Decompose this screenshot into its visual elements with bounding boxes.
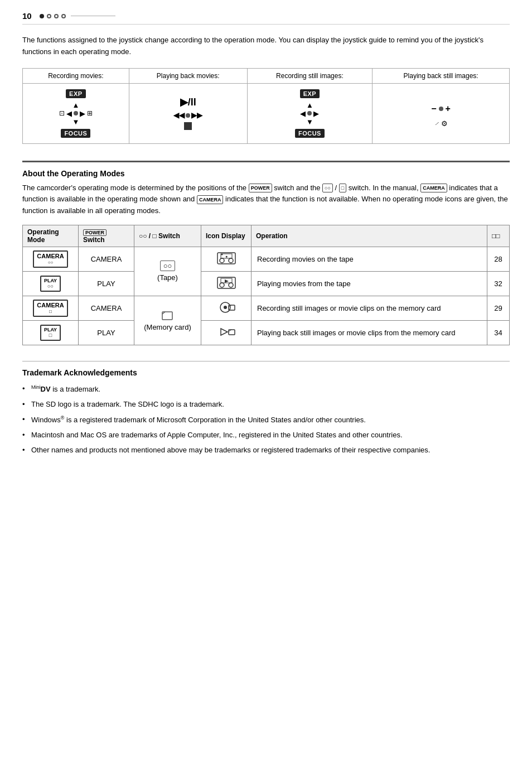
slash: / bbox=[333, 184, 339, 192]
td-op-play-movies: Playing movies from the tape bbox=[252, 271, 487, 296]
table-row-play-card: PLAY □ PLAY Playing back still images or… bbox=[23, 320, 510, 345]
power-badge: POWER bbox=[249, 184, 272, 192]
rec-card-icon-svg bbox=[216, 300, 236, 315]
td-op-rec-movies: Recording movies on the tape bbox=[252, 247, 487, 271]
list-item: The SD logo is a trademark. The SDHC log… bbox=[22, 397, 510, 412]
td-power-play2: PLAY bbox=[79, 320, 134, 345]
joystick-rec-movies: EXP ⊡ ▲ ◀ ▶ ▼ ⊞ bbox=[23, 83, 129, 143]
td-icon-rec-card bbox=[201, 296, 252, 320]
td-icon-play-card bbox=[201, 320, 252, 345]
svg-point-1 bbox=[220, 258, 224, 263]
person-icon: ⚙ bbox=[441, 119, 448, 128]
camera-avail-badge: CAMERA bbox=[420, 184, 447, 192]
page-number: 10 bbox=[22, 11, 32, 21]
mini-dv-text: MiniDV is a trademark. bbox=[31, 385, 100, 393]
play-tape-badge: PLAY ○○ bbox=[40, 276, 61, 292]
body-text-3: switch. In the manual, bbox=[349, 184, 420, 192]
tape-switch-badge: ○○ bbox=[322, 184, 333, 192]
focus-btn2: FOCUS bbox=[295, 129, 325, 138]
play-pause-icons: ▶/II bbox=[180, 97, 196, 109]
svg-point-2 bbox=[229, 258, 233, 263]
play-tape-icon-svg bbox=[216, 275, 236, 291]
arrow-left-cam: ◀ bbox=[66, 109, 72, 118]
list-item: Windows® is a registered trademark of Mi… bbox=[22, 412, 510, 428]
page-header: 10 bbox=[22, 11, 510, 25]
trademark-list: MiniDV is a trademark. The SD logo is a … bbox=[22, 382, 510, 458]
about-section-body: The camcorder's operating mode is determ… bbox=[22, 182, 510, 217]
svg-point-8 bbox=[229, 283, 233, 287]
memcard-symbol-svg bbox=[161, 310, 175, 321]
td-icon-rec-tape: ● bbox=[201, 247, 252, 271]
td-power-play: PLAY bbox=[79, 271, 134, 296]
list-item: MiniDV is a trademark. bbox=[22, 382, 510, 397]
col-recording-movies: Recording movies: bbox=[23, 68, 129, 83]
memcard-label: (Memory card) bbox=[144, 323, 191, 331]
sd-logo-text: The SD logo is a trademark. The SDHC log… bbox=[31, 400, 224, 408]
th-oo-switch: ○○ / □ Switch bbox=[134, 225, 201, 247]
play-card-icon-svg bbox=[216, 324, 236, 340]
tape-switch-cell: ○○ (Tape) bbox=[140, 261, 195, 282]
td-mode-play-tape: PLAY ○○ bbox=[23, 271, 79, 296]
arrow-right-cam: ▶ bbox=[80, 109, 85, 118]
card-switch-badge: □ bbox=[339, 184, 346, 192]
play-card-badge: PLAY □ bbox=[40, 325, 61, 341]
svg-marker-17 bbox=[221, 329, 228, 335]
tape-label: (Tape) bbox=[157, 273, 178, 282]
plus-icon: + bbox=[446, 104, 451, 114]
th-page: □□ bbox=[487, 225, 510, 247]
center-play bbox=[186, 113, 190, 118]
td-switch-card: (Memory card) bbox=[134, 296, 201, 345]
dot-3 bbox=[54, 14, 59, 18]
intro-text: The functions assigned to the joystick c… bbox=[22, 35, 510, 58]
svg-point-14 bbox=[224, 306, 227, 309]
rew-icon: ◀◀ bbox=[173, 111, 185, 119]
stop-icon bbox=[184, 122, 192, 130]
page-dots bbox=[40, 14, 115, 18]
td-page-29: 29 bbox=[487, 296, 510, 320]
joy-rec-still-icon: EXP ▲ ◀ ▶ ▼ FOCUS bbox=[295, 89, 325, 138]
td-op-play-card: Playing back still images or movie clips… bbox=[252, 320, 487, 345]
joy-rec-movies-icon: EXP ⊡ ▲ ◀ ▶ ▼ ⊞ bbox=[59, 89, 93, 138]
table-row-camera-card: CAMERA □ CAMERA (Memory card) bbox=[23, 296, 510, 320]
rec-tape-icon-svg: ● bbox=[216, 250, 236, 266]
dot-1 bbox=[40, 14, 44, 18]
col-playing-movies: Playing back movies: bbox=[129, 68, 247, 83]
trademark-section: Trademark Acknowledgements MiniDV is a t… bbox=[22, 361, 510, 458]
td-page-28: 28 bbox=[487, 247, 510, 271]
power-th-badge: POWER bbox=[83, 229, 107, 236]
center-still bbox=[307, 111, 312, 115]
section-divider bbox=[22, 161, 510, 162]
td-power-camera: CAMERA bbox=[79, 247, 134, 271]
th-operation: Operation bbox=[252, 225, 487, 247]
table-row-play-tape: PLAY ○○ PLAY Playing movies from the tap… bbox=[23, 271, 510, 296]
svg-text:●: ● bbox=[225, 254, 227, 258]
slide-icons: ⟋ ⚙ bbox=[434, 119, 448, 128]
joystick-play-still: − + ⟋ ⚙ bbox=[373, 83, 510, 143]
svg-point-7 bbox=[220, 283, 224, 287]
th-power-switch: POWER Switch bbox=[79, 225, 134, 247]
ff-icon: ▶▶ bbox=[191, 111, 202, 119]
table-row-camera-tape: CAMERA ○○ CAMERA ○○ (Tape) bbox=[23, 247, 510, 271]
icon-right-cam: ⊞ bbox=[87, 109, 93, 117]
td-mode-play-card: PLAY □ bbox=[23, 320, 79, 345]
svg-marker-10 bbox=[225, 279, 229, 283]
joy-play-movies-icon: ▶/II ◀◀ ▶▶ bbox=[173, 97, 202, 131]
list-item: Macintosh and Mac OS are trademarks of A… bbox=[22, 428, 510, 443]
arrow-right-still: ▶ bbox=[313, 109, 319, 118]
td-op-rec-card: Recording still images or movie clips on… bbox=[252, 296, 487, 320]
tape-symbol: ○○ bbox=[160, 261, 176, 271]
trademark-title: Trademark Acknowledgements bbox=[22, 368, 510, 377]
focus-btn: FOCUS bbox=[61, 129, 90, 138]
other-text: Other names and products not mentioned a… bbox=[31, 446, 430, 454]
joystick-play-movies: ▶/II ◀◀ ▶▶ bbox=[129, 83, 247, 143]
about-operating-modes: About the Operating Modes The camcorder'… bbox=[22, 169, 510, 345]
camera-card-badge: CAMERA □ bbox=[33, 300, 67, 317]
joy-play-still-icon: − + ⟋ ⚙ bbox=[431, 99, 451, 128]
arrow-down-still: ▼ bbox=[306, 118, 313, 126]
arrow-up-cam: ▲ bbox=[72, 101, 79, 109]
mac-text: Macintosh and Mac OS are trademarks of A… bbox=[31, 431, 403, 439]
col-playing-still: Playing back still images: bbox=[373, 68, 510, 83]
minus-icon: − bbox=[431, 104, 436, 114]
trademark-divider bbox=[22, 361, 510, 361]
svg-rect-18 bbox=[229, 330, 235, 335]
